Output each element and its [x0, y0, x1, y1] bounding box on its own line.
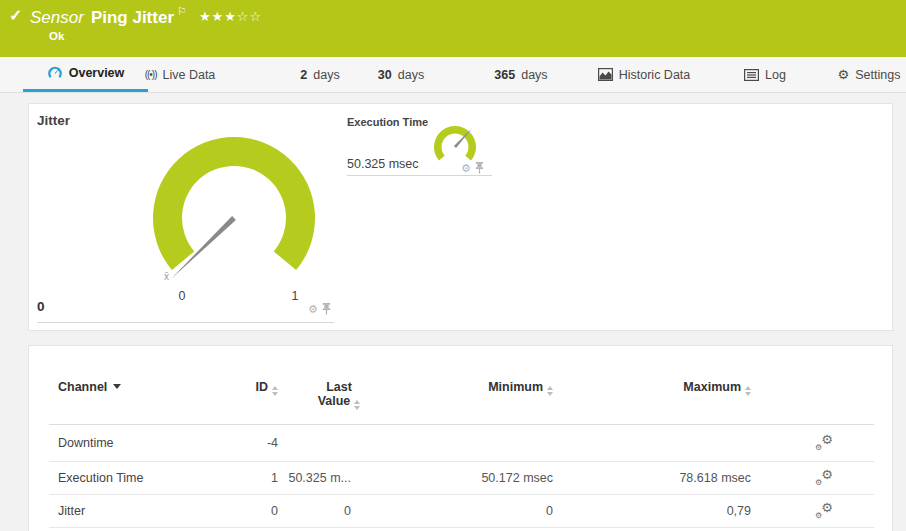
channel-settings-cell: ⚙ ⚙: [804, 424, 844, 461]
tab-historic-data[interactable]: Historic Data: [594, 57, 694, 92]
jitter-current-value: 0: [37, 299, 45, 314]
priority-stars[interactable]: ★★★☆☆: [199, 9, 262, 24]
channel-settings-gears-icon[interactable]: ⚙ ⚙: [815, 503, 833, 519]
sensor-title-line: SensorPing Jitter⚐★★★☆☆: [30, 5, 262, 28]
table-row: Downtime -4 ⚙ ⚙: [29, 424, 892, 461]
stars-empty: ☆☆: [237, 9, 262, 24]
sort-icon: [547, 386, 553, 396]
tab-2-days[interactable]: 2 days: [295, 57, 345, 92]
area-chart-icon: [598, 68, 613, 81]
gauge-icon: [47, 66, 63, 81]
channel-settings-gears-icon[interactable]: ⚙ ⚙: [815, 435, 833, 451]
execution-time-current-value: 50.325 msec: [347, 157, 419, 171]
column-header-maximum[interactable]: Maximum: [559, 380, 751, 396]
column-header-channel-label: Channel: [58, 380, 107, 394]
channel-last-value: [283, 424, 351, 461]
tab-bar: Overview ((•)) Live Data 2 days 30 days …: [0, 57, 906, 93]
favorite-flag-icon[interactable]: ⚐: [177, 5, 187, 17]
tab-2-days-number: 2: [300, 68, 307, 82]
tab-30-days-number: 30: [378, 68, 392, 82]
status-badge: Ok: [49, 30, 64, 42]
tab-365-days[interactable]: 365 days: [488, 57, 554, 92]
gauge-settings-icon[interactable]: ⚙: [461, 163, 471, 174]
column-header-id[interactable]: ID: [213, 380, 278, 396]
channel-name: Execution Time: [58, 461, 208, 494]
live-data-icon: ((•)): [145, 69, 157, 80]
jitter-gauge[interactable]: [144, 130, 324, 290]
channel-settings-gears-icon[interactable]: ⚙ ⚙: [815, 470, 833, 486]
log-list-icon: [744, 69, 759, 81]
channel-minimum: 0: [359, 494, 553, 527]
tab-365-days-number: 365: [494, 68, 515, 82]
execution-time-gauge-title: Execution Time: [347, 116, 428, 128]
column-header-last-label: Last: [326, 380, 352, 394]
channel-last-value: 0: [283, 494, 351, 527]
sort-icon: [745, 386, 751, 396]
channel-last-value: 50.325 m...: [283, 461, 351, 494]
column-header-minimum[interactable]: Minimum: [359, 380, 553, 396]
channel-minimum: [359, 424, 553, 461]
pin-icon[interactable]: [322, 303, 331, 315]
gear-icon: ⚙: [838, 67, 850, 82]
column-header-minimum-label: Minimum: [488, 380, 543, 394]
channel-name: Jitter: [58, 494, 208, 527]
divider: [37, 322, 334, 323]
execution-time-gauge-actions: ⚙: [461, 162, 484, 174]
column-header-id-label: ID: [256, 380, 269, 394]
channel-id: 1: [213, 461, 278, 494]
table-row: Jitter 0 0 0 0,79 ⚙ ⚙: [29, 494, 892, 527]
sort-icon: [354, 400, 360, 410]
tab-overview[interactable]: Overview: [23, 57, 148, 92]
channel-maximum: [559, 424, 751, 461]
sensor-header: ✓ SensorPing Jitter⚐★★★☆☆ Ok: [0, 0, 906, 57]
gauge-mean-marker: x̄: [164, 271, 169, 282]
sort-icon: [272, 386, 278, 396]
channel-maximum: 78.618 msec: [559, 461, 751, 494]
column-header-maximum-label: Maximum: [683, 380, 741, 394]
tab-30-days-label: days: [398, 68, 424, 82]
channel-settings-cell: ⚙ ⚙: [804, 494, 844, 527]
jitter-gauge-actions: ⚙: [308, 303, 331, 315]
column-header-channel[interactable]: Channel: [58, 380, 208, 394]
channel-id: 0: [213, 494, 278, 527]
page-title: Ping Jitter: [91, 8, 174, 27]
channel-name: Downtime: [58, 424, 208, 461]
tab-log[interactable]: Log: [740, 57, 790, 92]
gauge-scale-max: 1: [288, 289, 302, 303]
status-ok-icon: ✓: [9, 6, 22, 25]
channel-settings-cell: ⚙ ⚙: [804, 461, 844, 494]
tab-historic-data-label: Historic Data: [619, 68, 691, 82]
divider: [347, 175, 492, 176]
divider: [49, 527, 874, 528]
table-row: Execution Time 1 50.325 m... 50.172 msec…: [29, 461, 892, 494]
channel-table-panel: Channel ID Last Value Minimum Maximum Do…: [28, 345, 893, 531]
sort-descending-icon: [113, 384, 121, 389]
channel-id: -4: [213, 424, 278, 461]
jitter-gauge-title: Jitter: [37, 113, 70, 128]
gauge-scale-min: 0: [175, 289, 189, 303]
gauge-settings-icon[interactable]: ⚙: [308, 304, 318, 315]
tab-live-data[interactable]: ((•)) Live Data: [140, 57, 220, 92]
tab-overview-label: Overview: [69, 66, 125, 80]
tab-log-label: Log: [765, 68, 786, 82]
pin-icon[interactable]: [475, 162, 484, 174]
channel-maximum: 0,79: [559, 494, 751, 527]
tab-2-days-label: days: [313, 68, 339, 82]
tab-live-data-label: Live Data: [163, 68, 216, 82]
tab-settings[interactable]: ⚙ Settings: [832, 57, 906, 92]
tab-settings-label: Settings: [855, 68, 900, 82]
sensor-type-label: Sensor: [30, 8, 84, 27]
column-header-value-label: Value: [318, 394, 351, 408]
tab-30-days[interactable]: 30 days: [372, 57, 430, 92]
stars-filled: ★★★: [199, 9, 237, 24]
channel-minimum: 50.172 msec: [359, 461, 553, 494]
gauges-panel: Jitter x̄ 0 1 0 ⚙ Execution Time 50.325 …: [28, 103, 893, 331]
tab-365-days-label: days: [521, 68, 547, 82]
